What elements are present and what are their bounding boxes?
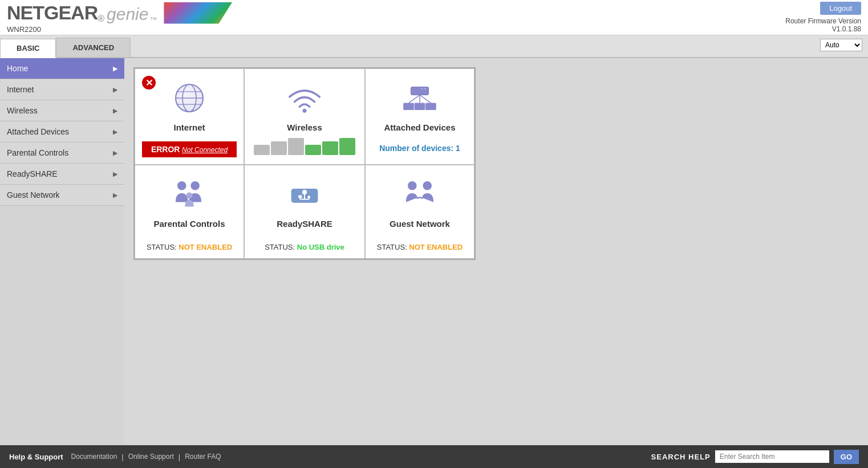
svg-rect-14 bbox=[415, 103, 425, 110]
wbar2 bbox=[271, 141, 287, 155]
arrow-icon: ▶ bbox=[113, 170, 117, 178]
sep2: | bbox=[179, 453, 180, 461]
attached-devices-cell[interactable]: Attached Devices Number of devices: 1 bbox=[365, 68, 474, 165]
product-trademark: ™ bbox=[149, 15, 157, 24]
svg-point-16 bbox=[177, 181, 186, 190]
wireless-cell[interactable]: Wireless bbox=[244, 68, 365, 165]
svg-line-12 bbox=[420, 95, 431, 103]
error-x-icon: ✕ bbox=[141, 75, 157, 91]
svg-point-26 bbox=[307, 196, 310, 198]
arrow-icon: ▶ bbox=[113, 128, 117, 136]
sidebar-item-attached-devices[interactable]: Attached Devices ▶ bbox=[0, 121, 124, 143]
wbar5 bbox=[322, 141, 338, 155]
logout-button[interactable]: Logout bbox=[820, 2, 861, 15]
documentation-link[interactable]: Documentation bbox=[71, 453, 117, 461]
brand-text: NETGEAR bbox=[7, 2, 98, 24]
arrow-icon: ▶ bbox=[113, 149, 117, 157]
readyshare-label: ReadySHARE bbox=[277, 219, 332, 229]
arrow-icon: ▶ bbox=[113, 107, 117, 115]
svg-line-10 bbox=[409, 95, 420, 103]
sidebar-item-parental-controls[interactable]: Parental Controls ▶ bbox=[0, 143, 124, 164]
svg-point-5 bbox=[176, 84, 203, 112]
wireless-icon bbox=[282, 78, 327, 118]
parental-controls-label: Parental Controls bbox=[153, 219, 225, 229]
svg-point-9 bbox=[424, 88, 426, 89]
readyshare-status: STATUS: No USB drive bbox=[265, 243, 344, 251]
guest-network-label: Guest Network bbox=[390, 219, 450, 229]
header-right: Logout Router Firmware Version V1.0.1.88 bbox=[785, 2, 861, 33]
guest-network-cell[interactable]: Guest Network STATUS: NOT ENABLED bbox=[365, 165, 474, 259]
sidebar-item-readyshare[interactable]: ReadySHARE ▶ bbox=[0, 164, 124, 185]
logo-netgear: NETGEAR ® genie ™ bbox=[7, 2, 232, 24]
svg-point-20 bbox=[302, 190, 307, 194]
wireless-label: Wireless bbox=[287, 123, 322, 132]
svg-point-8 bbox=[421, 88, 423, 89]
sidebar-item-guest-network[interactable]: Guest Network ▶ bbox=[0, 185, 124, 206]
tab-basic[interactable]: BASIC bbox=[0, 39, 56, 58]
arrow-icon: ▶ bbox=[113, 86, 117, 93]
attached-devices-icon bbox=[397, 78, 443, 118]
wbar1 bbox=[254, 145, 270, 155]
help-support-title: Help & Support bbox=[9, 453, 63, 461]
content-area: ✕ bbox=[124, 58, 868, 457]
online-support-link[interactable]: Online Support bbox=[128, 453, 174, 461]
tab-advanced[interactable]: ADVANCED bbox=[56, 38, 131, 57]
internet-cell[interactable]: ✕ bbox=[135, 68, 244, 165]
internet-label: Internet bbox=[173, 123, 205, 132]
product-text: genie bbox=[107, 5, 148, 24]
sidebar-item-home[interactable]: Home ▶ bbox=[0, 58, 124, 79]
sep1: | bbox=[121, 453, 123, 461]
guest-network-icon bbox=[397, 174, 443, 214]
devices-count: Number of devices: 1 bbox=[375, 139, 465, 157]
footer: Help & Support Documentation | Online Su… bbox=[0, 445, 868, 468]
parental-controls-cell[interactable]: Parental Controls STATUS: NOT ENABLED bbox=[135, 165, 244, 259]
sidebar: Home ▶ Internet ▶ Wireless ▶ Attached De… bbox=[0, 58, 124, 457]
wbar3 bbox=[288, 138, 304, 155]
svg-rect-25 bbox=[298, 196, 302, 198]
parental-controls-icon bbox=[167, 174, 212, 214]
arrow-icon: ▶ bbox=[113, 65, 117, 72]
guest-status: STATUS: NOT ENABLED bbox=[377, 243, 463, 251]
svg-rect-7 bbox=[411, 87, 428, 95]
go-button[interactable]: GO bbox=[834, 450, 859, 464]
sidebar-item-internet[interactable]: Internet ▶ bbox=[0, 79, 124, 100]
search-help-label: SEARCH HELP bbox=[651, 453, 711, 461]
svg-rect-13 bbox=[403, 103, 414, 110]
tab-bar: BASIC ADVANCED Auto English French Germa… bbox=[0, 35, 868, 58]
svg-point-27 bbox=[408, 181, 417, 190]
arrow-icon: ▶ bbox=[113, 192, 117, 199]
svg-point-18 bbox=[186, 193, 193, 199]
svg-rect-15 bbox=[425, 103, 436, 110]
wbar4 bbox=[305, 145, 321, 155]
parental-status: STATUS: NOT ENABLED bbox=[147, 243, 232, 251]
color-bar bbox=[164, 2, 232, 24]
header: NETGEAR ® genie ™ WNR2200 Logout Router … bbox=[0, 0, 868, 35]
internet-error-banner[interactable]: ERROR Not Connected bbox=[142, 141, 237, 157]
wbar6 bbox=[339, 138, 355, 155]
dashboard-grid: ✕ bbox=[133, 67, 476, 260]
language-select[interactable]: Auto English French German bbox=[820, 39, 862, 51]
wireless-signal-bars bbox=[252, 136, 358, 157]
not-connected-link[interactable]: Not Connected bbox=[182, 146, 228, 154]
logo-area: NETGEAR ® genie ™ WNR2200 bbox=[7, 2, 232, 34]
firmware-info: Router Firmware Version V1.0.1.88 bbox=[785, 17, 861, 33]
error-label: ERROR bbox=[151, 145, 180, 154]
model-label: WNR2200 bbox=[7, 25, 232, 34]
svg-point-17 bbox=[190, 181, 200, 190]
sidebar-item-wireless[interactable]: Wireless ▶ bbox=[0, 100, 124, 121]
svg-point-6 bbox=[303, 109, 307, 113]
router-faq-link[interactable]: Router FAQ bbox=[185, 453, 221, 461]
svg-point-28 bbox=[423, 181, 432, 190]
main-area: Home ▶ Internet ▶ Wireless ▶ Attached De… bbox=[0, 58, 868, 457]
footer-left: Help & Support Documentation | Online Su… bbox=[9, 453, 221, 461]
attached-devices-label: Attached Devices bbox=[384, 123, 455, 132]
readyshare-cell[interactable]: ReadySHARE STATUS: No USB drive bbox=[244, 165, 365, 259]
trademark-text: ® bbox=[98, 14, 104, 24]
readyshare-icon bbox=[282, 174, 327, 214]
search-input[interactable] bbox=[715, 450, 829, 463]
footer-right: SEARCH HELP GO bbox=[651, 450, 859, 464]
internet-icon bbox=[167, 78, 212, 118]
